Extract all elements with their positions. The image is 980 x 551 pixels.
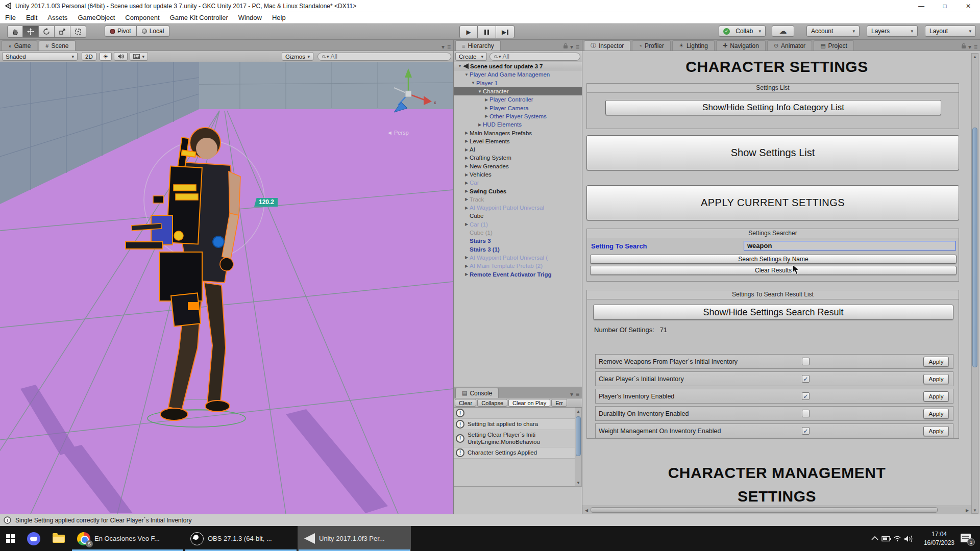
hierarchy-item[interactable]: Cube [454, 212, 582, 220]
view-tab[interactable]: ◖ Game [2, 40, 37, 51]
expand-arrow-icon[interactable]: ▼ [463, 72, 470, 77]
expand-arrow-icon[interactable]: ▶ [463, 206, 470, 210]
setting-search-input[interactable] [744, 241, 956, 251]
menu-item[interactable]: Game Kit Controller [165, 14, 233, 21]
menu-item[interactable]: Component [120, 14, 164, 21]
search-settings-by-name-button[interactable]: Search Settings By Name [590, 255, 957, 264]
expand-arrow-icon[interactable]: ▶ [463, 164, 470, 168]
console-scrollbar[interactable]: ▲ ▼ [575, 408, 582, 486]
setting-checkbox[interactable] [802, 410, 810, 417]
minimize-button[interactable]: — [910, 0, 933, 12]
console-log-entry[interactable]: Setting list applied to chara [454, 419, 582, 430]
taskbar-app[interactable] [21, 526, 46, 551]
scene-audio-toggle[interactable] [114, 52, 128, 61]
console-toolbar-button[interactable]: Collapse [477, 399, 507, 407]
panel-menu-caret-icon[interactable]: ▾ [570, 391, 573, 398]
status-bar[interactable]: Single Setting applied correctly for Cle… [0, 514, 980, 526]
maximize-button[interactable]: □ [933, 0, 957, 12]
inspector-horizontal-scrollbar[interactable]: ◀ ▶ [582, 506, 971, 514]
pause-button[interactable] [478, 26, 496, 38]
scene-effects-dropdown[interactable]: ▾ [130, 52, 148, 61]
console-toolbar-button[interactable]: Err [551, 399, 567, 407]
scene-viewport[interactable]: x 120.2 ◄ Persp [0, 62, 453, 514]
panel-menu-icon[interactable]: ≡ [974, 43, 977, 51]
show-hide-search-result-button[interactable]: Show/Hide Settings Search Result [593, 305, 953, 320]
hierarchy-item[interactable]: ▼ Player And Game Managemen [454, 70, 582, 79]
hierarchy-item[interactable]: ▶ Car (1) [454, 220, 582, 229]
scroll-down-icon[interactable]: ▼ [972, 507, 978, 513]
taskbar-app[interactable]: En Ocasiones Veo F... [71, 526, 184, 551]
console-log-entry[interactable]: Character Settings Applied [454, 447, 582, 459]
inspector-vertical-scrollbar[interactable]: ▲ ▼ [971, 53, 978, 514]
hierarchy-item[interactable]: ▶ AI [454, 145, 582, 154]
inspector-tab[interactable]: ☀ Lighting [672, 40, 715, 51]
play-button[interactable]: ▶ [459, 26, 478, 38]
2d-toggle-button[interactable]: 2D [82, 52, 96, 61]
setting-checkbox[interactable] [802, 375, 810, 383]
scroll-down-icon[interactable]: ▼ [575, 480, 581, 486]
inspector-tab[interactable]: ▤ Project [814, 40, 854, 51]
rotate-tool-button[interactable] [39, 26, 55, 38]
collab-dropdown[interactable]: Collab ▾ [719, 26, 766, 37]
panel-menu-icon[interactable]: ≡ [447, 43, 451, 51]
panel-menu-icon[interactable]: ≡ [576, 43, 579, 51]
hierarchy-item[interactable]: ▶ Main Managers Prefabs [454, 129, 582, 137]
setting-checkbox[interactable] [802, 358, 810, 365]
camera-mode-label[interactable]: ◄ Persp [387, 130, 409, 136]
apply-button[interactable]: Apply [923, 374, 949, 384]
expand-arrow-icon[interactable]: ▶ [463, 272, 470, 277]
tab-hierarchy[interactable]: ≡ Hierarchy [455, 40, 501, 51]
expand-arrow-icon[interactable]: ▶ [463, 172, 470, 177]
inspector-tab[interactable]: ✚ Navigation [716, 40, 766, 51]
taskbar-app[interactable] [0, 526, 21, 551]
hierarchy-item[interactable]: ▶ HUD Elements [454, 120, 582, 129]
local-toggle-button[interactable]: Local [137, 26, 170, 37]
gizmos-dropdown[interactable]: Gizmos ▾ [282, 52, 313, 61]
view-tab[interactable]: # Scene [39, 40, 75, 51]
expand-arrow-icon[interactable]: ▶ [483, 97, 489, 102]
close-button[interactable]: ✕ [957, 0, 980, 12]
menu-item[interactable]: File [0, 14, 21, 21]
menu-item[interactable]: Assets [42, 14, 72, 21]
menu-item[interactable]: GameObject [72, 14, 120, 21]
layers-dropdown[interactable]: Layers ▾ [867, 26, 918, 37]
panel-menu-caret-icon[interactable]: ▾ [968, 43, 971, 51]
hierarchy-item[interactable]: ▶ New Grenades [454, 162, 582, 170]
expand-arrow-icon[interactable]: ▶ [463, 264, 470, 268]
lock-icon[interactable] [962, 45, 966, 48]
hierarchy-item[interactable]: ▼ Player 1 [454, 79, 582, 87]
expand-arrow-icon[interactable]: ▶ [463, 156, 470, 160]
hierarchy-item[interactable]: ▶ AI Waypoint Patrol Universal [454, 204, 582, 212]
expand-arrow-icon[interactable]: ▶ [477, 122, 483, 127]
menu-item[interactable]: Window [233, 14, 267, 21]
hierarchy-item[interactable]: ▶ Swing Cubes [454, 187, 582, 195]
taskbar-app[interactable]: OBS 27.1.3 (64-bit, ... [184, 526, 298, 551]
apply-button[interactable]: Apply [923, 426, 949, 436]
move-tool-button[interactable] [23, 26, 39, 38]
notification-center-button[interactable]: 1 [960, 533, 973, 544]
hierarchy-item[interactable]: ▶ AI Waypoint Patrol Universal ( [454, 254, 582, 262]
expand-arrow-icon[interactable]: ▶ [463, 255, 470, 260]
hand-tool-button[interactable] [7, 26, 23, 38]
panel-menu-icon[interactable]: ≡ [576, 391, 579, 398]
rect-tool-button[interactable] [70, 26, 86, 38]
apply-button[interactable]: Apply [923, 409, 949, 419]
expand-arrow-icon[interactable]: ▼ [457, 64, 463, 68]
hierarchy-item[interactable]: Stairs 3 [454, 237, 582, 245]
hierarchy-item[interactable]: ▶ Level Elements [454, 137, 582, 145]
scale-tool-button[interactable] [55, 26, 70, 38]
hierarchy-item[interactable]: ▶ Player Camera [454, 104, 582, 112]
tray-icons[interactable] [870, 533, 919, 544]
apply-current-settings-button[interactable]: APPLY CURRENT SETTINGS [586, 185, 959, 220]
layout-dropdown[interactable]: Layout ▾ [925, 26, 976, 37]
console-log-entry[interactable]: Setting Clear Player´s Initi UnityEngine… [454, 430, 582, 447]
inspector-tab[interactable]: ⓘ Inspector [584, 40, 630, 51]
lock-icon[interactable] [564, 45, 568, 48]
menu-item[interactable]: Edit [21, 14, 42, 21]
scroll-right-icon[interactable]: ▶ [964, 507, 970, 513]
menu-item[interactable]: Help [267, 14, 291, 21]
expand-arrow-icon[interactable]: ▶ [463, 131, 470, 135]
hierarchy-item[interactable]: ▶ Vehicles [454, 170, 582, 179]
setting-checkbox[interactable] [802, 392, 810, 400]
apply-button[interactable]: Apply [923, 357, 949, 367]
